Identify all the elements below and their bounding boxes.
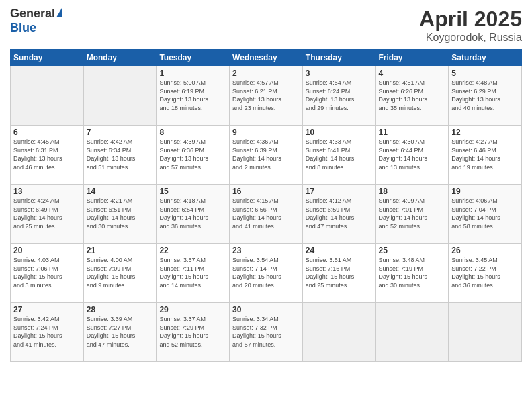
day-number: 10 — [306, 128, 373, 137]
table-row: 20Sunrise: 4:03 AM Sunset: 7:06 PM Dayli… — [11, 244, 84, 303]
header-saturday: Saturday — [449, 50, 522, 66]
day-number: 18 — [379, 187, 446, 196]
logo-general: General — [10, 7, 55, 21]
day-number: 3 — [306, 68, 373, 78]
table-row: 21Sunrise: 4:00 AM Sunset: 7:09 PM Dayli… — [83, 244, 157, 303]
table-row: 17Sunrise: 4:12 AM Sunset: 6:59 PM Dayli… — [302, 185, 375, 244]
calendar-table: Sunday Monday Tuesday Wednesday Thursday… — [10, 49, 522, 362]
day-number: 15 — [159, 187, 226, 196]
table-row: 15Sunrise: 4:18 AM Sunset: 6:54 PM Dayli… — [157, 185, 230, 244]
page: General Blue April 2025 Koygorodok, Russ… — [0, 0, 532, 411]
day-detail: Sunrise: 3:54 AM Sunset: 7:14 PM Dayligh… — [232, 256, 300, 289]
table-row: 11Sunrise: 4:30 AM Sunset: 6:44 PM Dayli… — [375, 126, 449, 185]
calendar-header-row: Sunday Monday Tuesday Wednesday Thursday… — [11, 50, 522, 66]
day-number: 30 — [232, 305, 300, 314]
day-number: 25 — [379, 246, 446, 255]
day-detail: Sunrise: 4:30 AM Sunset: 6:44 PM Dayligh… — [379, 138, 446, 171]
day-detail: Sunrise: 4:54 AM Sunset: 6:24 PM Dayligh… — [306, 79, 373, 112]
calendar-subtitle: Koygorodok, Russia — [419, 32, 522, 44]
day-number: 4 — [379, 68, 446, 78]
day-number: 6 — [13, 128, 81, 137]
logo: General Blue — [10, 7, 62, 35]
table-row: 30Sunrise: 3:34 AM Sunset: 7:32 PM Dayli… — [230, 303, 303, 362]
day-number: 11 — [379, 128, 446, 137]
header-wednesday: Wednesday — [230, 50, 303, 66]
table-row — [375, 303, 449, 362]
table-row: 12Sunrise: 4:27 AM Sunset: 6:46 PM Dayli… — [449, 126, 522, 185]
day-detail: Sunrise: 3:39 AM Sunset: 7:27 PM Dayligh… — [87, 315, 154, 349]
day-detail: Sunrise: 4:21 AM Sunset: 6:51 PM Dayligh… — [87, 197, 154, 230]
day-detail: Sunrise: 3:57 AM Sunset: 7:11 PM Dayligh… — [159, 256, 226, 289]
day-detail: Sunrise: 4:39 AM Sunset: 6:36 PM Dayligh… — [159, 138, 226, 171]
day-number: 8 — [159, 128, 226, 137]
day-number: 14 — [87, 187, 154, 196]
table-row — [83, 66, 157, 126]
table-row: 28Sunrise: 3:39 AM Sunset: 7:27 PM Dayli… — [83, 303, 157, 362]
table-row: 16Sunrise: 4:15 AM Sunset: 6:56 PM Dayli… — [230, 185, 303, 244]
logo-blue: Blue — [10, 21, 36, 35]
day-number: 7 — [87, 128, 154, 137]
day-detail: Sunrise: 4:57 AM Sunset: 6:21 PM Dayligh… — [232, 79, 300, 112]
table-row: 2Sunrise: 4:57 AM Sunset: 6:21 PM Daylig… — [230, 66, 303, 126]
table-row: 10Sunrise: 4:33 AM Sunset: 6:41 PM Dayli… — [302, 126, 375, 185]
day-detail: Sunrise: 4:51 AM Sunset: 6:26 PM Dayligh… — [379, 79, 446, 112]
day-detail: Sunrise: 4:42 AM Sunset: 6:34 PM Dayligh… — [87, 138, 154, 171]
header-friday: Friday — [375, 50, 449, 66]
logo-text: General — [10, 7, 62, 21]
day-detail: Sunrise: 4:03 AM Sunset: 7:06 PM Dayligh… — [13, 256, 81, 289]
table-row: 1Sunrise: 5:00 AM Sunset: 6:19 PM Daylig… — [157, 66, 230, 126]
day-detail: Sunrise: 3:45 AM Sunset: 7:22 PM Dayligh… — [451, 256, 519, 289]
table-row: 7Sunrise: 4:42 AM Sunset: 6:34 PM Daylig… — [83, 126, 157, 185]
day-detail: Sunrise: 4:27 AM Sunset: 6:46 PM Dayligh… — [451, 138, 519, 171]
day-number: 16 — [232, 187, 300, 196]
logo-triangle-icon — [56, 8, 62, 17]
table-row: 26Sunrise: 3:45 AM Sunset: 7:22 PM Dayli… — [449, 244, 522, 303]
day-detail: Sunrise: 3:48 AM Sunset: 7:19 PM Dayligh… — [379, 256, 446, 289]
day-detail: Sunrise: 4:06 AM Sunset: 7:04 PM Dayligh… — [451, 197, 519, 230]
header: General Blue April 2025 Koygorodok, Russ… — [10, 7, 522, 44]
header-thursday: Thursday — [302, 50, 375, 66]
table-row: 18Sunrise: 4:09 AM Sunset: 7:01 PM Dayli… — [375, 185, 449, 244]
day-detail: Sunrise: 4:33 AM Sunset: 6:41 PM Dayligh… — [306, 138, 373, 171]
table-row: 6Sunrise: 4:45 AM Sunset: 6:31 PM Daylig… — [11, 126, 84, 185]
day-number: 5 — [451, 68, 519, 78]
table-row — [11, 66, 84, 126]
title-section: April 2025 Koygorodok, Russia — [419, 7, 522, 44]
table-row: 19Sunrise: 4:06 AM Sunset: 7:04 PM Dayli… — [449, 185, 522, 244]
day-number: 23 — [232, 246, 300, 255]
day-number: 2 — [232, 68, 300, 78]
week-row-0: 1Sunrise: 5:00 AM Sunset: 6:19 PM Daylig… — [11, 66, 522, 126]
table-row: 23Sunrise: 3:54 AM Sunset: 7:14 PM Dayli… — [230, 244, 303, 303]
table-row — [449, 303, 522, 362]
table-row: 9Sunrise: 4:36 AM Sunset: 6:39 PM Daylig… — [230, 126, 303, 185]
day-number: 28 — [87, 305, 154, 314]
table-row: 8Sunrise: 4:39 AM Sunset: 6:36 PM Daylig… — [157, 126, 230, 185]
table-row: 14Sunrise: 4:21 AM Sunset: 6:51 PM Dayli… — [83, 185, 157, 244]
day-number: 9 — [232, 128, 300, 137]
day-detail: Sunrise: 4:24 AM Sunset: 6:49 PM Dayligh… — [13, 197, 81, 230]
week-row-2: 13Sunrise: 4:24 AM Sunset: 6:49 PM Dayli… — [11, 185, 522, 244]
table-row: 24Sunrise: 3:51 AM Sunset: 7:16 PM Dayli… — [302, 244, 375, 303]
day-number: 21 — [87, 246, 154, 255]
day-number: 27 — [13, 305, 81, 314]
day-number: 20 — [13, 246, 81, 255]
table-row: 22Sunrise: 3:57 AM Sunset: 7:11 PM Dayli… — [157, 244, 230, 303]
day-detail: Sunrise: 4:09 AM Sunset: 7:01 PM Dayligh… — [379, 197, 446, 230]
day-number: 26 — [451, 246, 519, 255]
week-row-1: 6Sunrise: 4:45 AM Sunset: 6:31 PM Daylig… — [11, 126, 522, 185]
day-number: 24 — [306, 246, 373, 255]
day-number: 1 — [159, 68, 226, 78]
week-row-4: 27Sunrise: 3:42 AM Sunset: 7:24 PM Dayli… — [11, 303, 522, 362]
day-detail: Sunrise: 3:51 AM Sunset: 7:16 PM Dayligh… — [306, 256, 373, 289]
day-number: 19 — [451, 187, 519, 196]
day-number: 13 — [13, 187, 81, 196]
table-row: 27Sunrise: 3:42 AM Sunset: 7:24 PM Dayli… — [11, 303, 84, 362]
header-monday: Monday — [83, 50, 157, 66]
day-number: 17 — [306, 187, 373, 196]
day-detail: Sunrise: 4:00 AM Sunset: 7:09 PM Dayligh… — [87, 256, 154, 289]
day-detail: Sunrise: 4:45 AM Sunset: 6:31 PM Dayligh… — [13, 138, 81, 171]
table-row: 4Sunrise: 4:51 AM Sunset: 6:26 PM Daylig… — [375, 66, 449, 126]
day-number: 29 — [159, 305, 226, 314]
calendar-title: April 2025 — [419, 7, 522, 32]
header-sunday: Sunday — [11, 50, 84, 66]
